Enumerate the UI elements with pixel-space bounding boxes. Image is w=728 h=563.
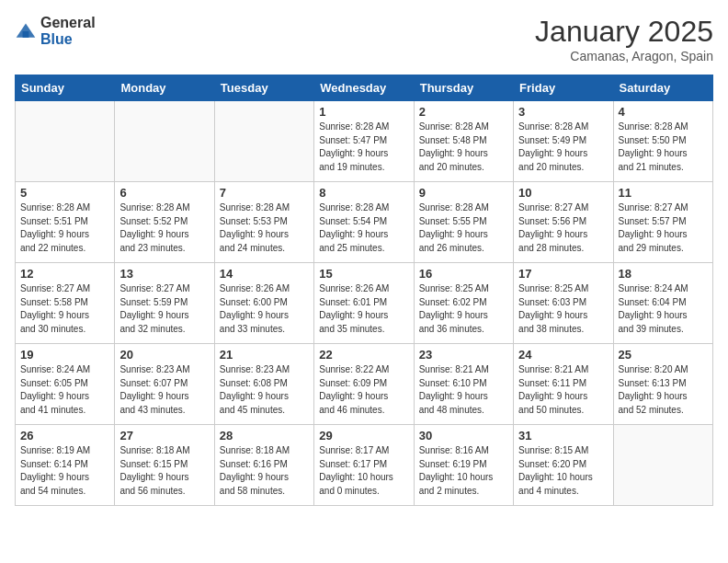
day-info: Sunrise: 8:21 AMSunset: 6:10 PMDaylight:… (419, 363, 508, 417)
calendar-day-cell: 15Sunrise: 8:26 AMSunset: 6:01 PMDayligh… (314, 263, 414, 344)
day-number: 13 (119, 267, 209, 281)
calendar-day-cell: 7Sunrise: 8:28 AMSunset: 5:53 PMDaylight… (214, 182, 313, 263)
day-info: Sunrise: 8:28 AMSunset: 5:48 PMDaylight:… (419, 121, 508, 174)
calendar-week-row: 26Sunrise: 8:19 AMSunset: 6:14 PMDayligh… (16, 425, 713, 506)
calendar-day-cell (613, 425, 712, 506)
day-info: Sunrise: 8:23 AMSunset: 6:08 PMDaylight:… (220, 363, 309, 417)
day-number: 22 (319, 348, 408, 362)
calendar-week-row: 1Sunrise: 8:28 AMSunset: 5:47 PMDaylight… (16, 101, 713, 182)
day-info: Sunrise: 8:25 AMSunset: 6:02 PMDaylight:… (419, 282, 508, 336)
day-info: Sunrise: 8:27 AMSunset: 5:56 PMDaylight:… (518, 201, 608, 255)
calendar-day-cell: 10Sunrise: 8:27 AMSunset: 5:56 PMDayligh… (514, 182, 613, 263)
calendar-day-cell: 11Sunrise: 8:27 AMSunset: 5:57 PMDayligh… (613, 182, 712, 263)
calendar-day-cell: 2Sunrise: 8:28 AMSunset: 5:48 PMDaylight… (414, 101, 513, 182)
calendar-week-row: 12Sunrise: 8:27 AMSunset: 5:58 PMDayligh… (16, 263, 713, 344)
calendar-day-cell: 1Sunrise: 8:28 AMSunset: 5:47 PMDaylight… (314, 101, 414, 182)
day-info: Sunrise: 8:27 AMSunset: 5:58 PMDaylight:… (20, 282, 109, 336)
page-header: General Blue January 2025 Camanas, Arago… (15, 15, 713, 63)
day-number: 12 (20, 267, 109, 281)
day-number: 17 (518, 267, 608, 281)
day-number: 29 (319, 429, 408, 442)
day-info: Sunrise: 8:28 AMSunset: 5:53 PMDaylight:… (220, 201, 309, 255)
title-block: January 2025 Camanas, Aragon, Spain (535, 15, 713, 63)
calendar-day-cell: 25Sunrise: 8:20 AMSunset: 6:13 PMDayligh… (613, 344, 712, 425)
calendar-day-cell: 23Sunrise: 8:21 AMSunset: 6:10 PMDayligh… (414, 344, 513, 425)
calendar-day-cell: 13Sunrise: 8:27 AMSunset: 5:59 PMDayligh… (115, 263, 214, 344)
weekday-header: Monday (115, 75, 214, 101)
calendar-day-cell: 16Sunrise: 8:25 AMSunset: 6:02 PMDayligh… (414, 263, 513, 344)
weekday-header: Friday (514, 75, 613, 101)
logo-text: General Blue (40, 15, 96, 47)
day-number: 27 (119, 429, 209, 442)
weekday-header: Sunday (16, 75, 115, 101)
logo: General Blue (15, 15, 96, 47)
day-info: Sunrise: 8:15 AMSunset: 6:20 PMDaylight:… (518, 444, 608, 498)
day-info: Sunrise: 8:28 AMSunset: 5:51 PMDaylight:… (20, 201, 109, 255)
day-number: 31 (518, 429, 608, 442)
day-info: Sunrise: 8:27 AMSunset: 5:57 PMDaylight:… (619, 201, 708, 255)
day-number: 21 (220, 348, 309, 362)
day-info: Sunrise: 8:17 AMSunset: 6:17 PMDaylight:… (319, 444, 408, 498)
weekday-header: Thursday (414, 75, 513, 101)
calendar-day-cell: 18Sunrise: 8:24 AMSunset: 6:04 PMDayligh… (613, 263, 712, 344)
day-info: Sunrise: 8:22 AMSunset: 6:09 PMDaylight:… (319, 363, 408, 417)
calendar-week-row: 5Sunrise: 8:28 AMSunset: 5:51 PMDaylight… (16, 182, 713, 263)
calendar-day-cell: 31Sunrise: 8:15 AMSunset: 6:20 PMDayligh… (514, 425, 613, 506)
day-info: Sunrise: 8:20 AMSunset: 6:13 PMDaylight:… (619, 363, 708, 417)
calendar-day-cell: 21Sunrise: 8:23 AMSunset: 6:08 PMDayligh… (214, 344, 313, 425)
day-info: Sunrise: 8:26 AMSunset: 6:01 PMDaylight:… (319, 282, 408, 336)
calendar-day-cell: 29Sunrise: 8:17 AMSunset: 6:17 PMDayligh… (314, 425, 414, 506)
calendar-day-cell: 14Sunrise: 8:26 AMSunset: 6:00 PMDayligh… (214, 263, 313, 344)
day-number: 15 (319, 267, 408, 281)
logo-blue: Blue (40, 31, 73, 47)
location-subtitle: Camanas, Aragon, Spain (535, 49, 713, 63)
day-number: 30 (419, 429, 508, 442)
day-info: Sunrise: 8:23 AMSunset: 6:07 PMDaylight:… (119, 363, 209, 417)
day-info: Sunrise: 8:28 AMSunset: 5:50 PMDaylight:… (619, 121, 708, 174)
day-number: 9 (419, 186, 508, 200)
calendar-day-cell: 5Sunrise: 8:28 AMSunset: 5:51 PMDaylight… (16, 182, 115, 263)
day-number: 25 (619, 348, 708, 362)
calendar-day-cell: 26Sunrise: 8:19 AMSunset: 6:14 PMDayligh… (16, 425, 115, 506)
day-info: Sunrise: 8:28 AMSunset: 5:52 PMDaylight:… (119, 201, 209, 255)
day-number: 24 (518, 348, 608, 362)
calendar-table: SundayMondayTuesdayWednesdayThursdayFrid… (15, 75, 713, 506)
calendar-day-cell: 9Sunrise: 8:28 AMSunset: 5:55 PMDaylight… (414, 182, 513, 263)
day-number: 4 (619, 105, 708, 119)
day-info: Sunrise: 8:24 AMSunset: 6:05 PMDaylight:… (20, 363, 109, 417)
day-info: Sunrise: 8:25 AMSunset: 6:03 PMDaylight:… (518, 282, 608, 336)
svg-rect-2 (23, 31, 29, 38)
weekday-header: Tuesday (214, 75, 313, 101)
calendar-day-cell: 4Sunrise: 8:28 AMSunset: 5:50 PMDaylight… (613, 101, 712, 182)
day-number: 16 (419, 267, 508, 281)
calendar-day-cell: 17Sunrise: 8:25 AMSunset: 6:03 PMDayligh… (514, 263, 613, 344)
calendar-header-row: SundayMondayTuesdayWednesdayThursdayFrid… (16, 75, 713, 101)
day-info: Sunrise: 8:18 AMSunset: 6:15 PMDaylight:… (119, 444, 209, 498)
day-info: Sunrise: 8:18 AMSunset: 6:16 PMDaylight:… (220, 444, 309, 498)
day-info: Sunrise: 8:21 AMSunset: 6:11 PMDaylight:… (518, 363, 608, 417)
day-info: Sunrise: 8:19 AMSunset: 6:14 PMDaylight:… (20, 444, 109, 498)
calendar-day-cell: 6Sunrise: 8:28 AMSunset: 5:52 PMDaylight… (115, 182, 214, 263)
day-number: 6 (119, 186, 209, 200)
day-info: Sunrise: 8:28 AMSunset: 5:55 PMDaylight:… (419, 201, 508, 255)
day-info: Sunrise: 8:28 AMSunset: 5:49 PMDaylight:… (518, 121, 608, 174)
day-number: 23 (419, 348, 508, 362)
calendar-day-cell (115, 101, 214, 182)
day-number: 11 (619, 186, 708, 200)
calendar-day-cell (214, 101, 313, 182)
calendar-day-cell: 12Sunrise: 8:27 AMSunset: 5:58 PMDayligh… (16, 263, 115, 344)
calendar-day-cell: 20Sunrise: 8:23 AMSunset: 6:07 PMDayligh… (115, 344, 214, 425)
day-number: 20 (119, 348, 209, 362)
weekday-header: Wednesday (314, 75, 414, 101)
day-number: 1 (319, 105, 408, 119)
calendar-day-cell: 28Sunrise: 8:18 AMSunset: 6:16 PMDayligh… (214, 425, 313, 506)
day-number: 3 (518, 105, 608, 119)
calendar-week-row: 19Sunrise: 8:24 AMSunset: 6:05 PMDayligh… (16, 344, 713, 425)
calendar-day-cell: 30Sunrise: 8:16 AMSunset: 6:19 PMDayligh… (414, 425, 513, 506)
logo-general: General (40, 15, 96, 30)
day-number: 7 (220, 186, 309, 200)
calendar-day-cell: 27Sunrise: 8:18 AMSunset: 6:15 PMDayligh… (115, 425, 214, 506)
logo-icon (15, 20, 37, 42)
day-info: Sunrise: 8:27 AMSunset: 5:59 PMDaylight:… (119, 282, 209, 336)
day-number: 10 (518, 186, 608, 200)
